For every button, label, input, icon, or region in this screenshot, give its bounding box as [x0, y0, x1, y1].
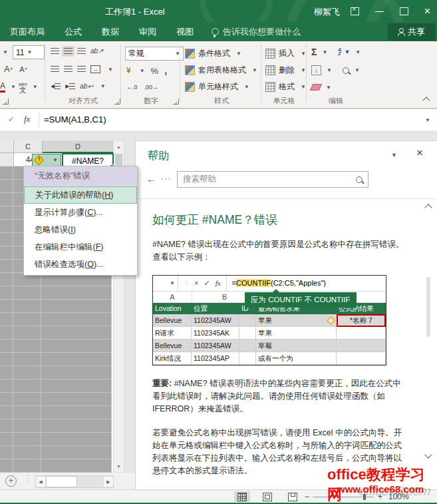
align-center-icon[interactable]	[64, 66, 73, 73]
font-size-combo[interactable]: 11 ▼	[13, 45, 45, 59]
grid-cell[interactable]	[41, 340, 112, 353]
maximize-icon[interactable]	[400, 7, 408, 15]
chevron-down-icon[interactable]: ▼	[322, 49, 327, 55]
grid-cell[interactable]	[13, 433, 41, 446]
grid-row[interactable]	[0, 340, 112, 353]
chevron-down-icon[interactable]: ▼	[100, 83, 106, 89]
grid-cell[interactable]	[13, 406, 41, 419]
grid-cell[interactable]	[0, 206, 13, 220]
grid-cell[interactable]	[41, 446, 112, 459]
context-menu-item-2[interactable]: 忽略错误(I)	[24, 221, 137, 238]
font-dialog-launcher-icon[interactable]	[3, 99, 9, 105]
formula-input[interactable]: =SUM(A1,B,C1)	[44, 115, 106, 125]
orientation-button[interactable]: ab↗	[90, 47, 104, 55]
help-search-box[interactable]: 搜索帮助	[177, 171, 368, 188]
find-select-icon[interactable]	[343, 67, 349, 74]
more-options-icon[interactable]: ···	[161, 173, 172, 183]
grid-row[interactable]	[0, 313, 112, 326]
grid-cell[interactable]	[13, 419, 41, 433]
grid-row[interactable]	[0, 406, 112, 419]
share-button[interactable]: 共享	[388, 23, 436, 41]
row-header-44[interactable]	[0, 153, 14, 166]
alignment-dialog-launcher-icon[interactable]	[114, 99, 120, 105]
comma-style-button[interactable]: ,	[164, 65, 167, 76]
grid-cell[interactable]	[0, 300, 13, 313]
ribbon-tab-2[interactable]: 数据	[92, 22, 129, 41]
percent-style-button[interactable]: %	[151, 66, 159, 76]
font-color-button[interactable]: A	[0, 81, 5, 93]
grid-row[interactable]	[0, 353, 112, 366]
scroll-up-icon[interactable]: ▲	[114, 141, 124, 152]
grid-cell[interactable]	[13, 353, 41, 366]
chevron-down-icon[interactable]: ▼	[140, 68, 145, 74]
grid-cell[interactable]	[0, 393, 13, 406]
scroll-down-chevron-icon[interactable]	[424, 451, 432, 458]
grid-cell[interactable]	[0, 326, 13, 340]
grid-cell[interactable]	[13, 300, 41, 313]
styles-button-0[interactable]: 条件格式▼	[185, 45, 257, 62]
grid-row[interactable]	[0, 433, 112, 446]
page-layout-view-button[interactable]	[259, 491, 275, 502]
scroll-down-icon[interactable]: ▼	[114, 461, 124, 472]
normal-view-button[interactable]	[234, 491, 250, 502]
decrease-decimal-button[interactable]: .00→	[144, 84, 159, 91]
chevron-down-icon[interactable]: ▼	[355, 67, 360, 73]
decrease-indent-icon[interactable]: ◀	[51, 83, 61, 90]
merge-center-button[interactable]: ↔	[90, 65, 100, 73]
grid-cell[interactable]	[13, 313, 41, 326]
grid-row[interactable]	[0, 446, 112, 459]
number-format-combo[interactable]: 常规 ▼	[125, 47, 184, 61]
grid-cell[interactable]	[41, 326, 112, 340]
cells-button-2[interactable]: 格式▼	[265, 79, 306, 95]
account-user-name[interactable]: 柳絮飞	[314, 6, 340, 18]
expand-formula-bar-icon[interactable]: ▼	[425, 117, 430, 123]
grid-cell[interactable]	[0, 260, 13, 273]
grid-cell[interactable]	[41, 286, 112, 300]
search-icon[interactable]	[356, 176, 363, 183]
collapse-ribbon-icon[interactable]	[422, 97, 430, 104]
new-sheet-button[interactable]: +	[5, 475, 17, 487]
shrink-font-button[interactable]: A˅	[19, 65, 27, 73]
chevron-down-icon[interactable]: ▼	[108, 67, 113, 73]
increase-indent-icon[interactable]: ▶	[65, 83, 75, 90]
autosum-button[interactable]: Σ	[311, 47, 317, 57]
increase-decimal-button[interactable]: ←.0	[126, 84, 138, 91]
grid-cell[interactable]	[0, 419, 13, 433]
align-left-icon[interactable]	[51, 66, 59, 73]
context-menu-item-1[interactable]: 显示计算步骤(C)...	[24, 204, 137, 221]
help-scrollbar[interactable]	[424, 204, 432, 481]
phonetic-guide-button[interactable]: wén 文	[19, 82, 27, 93]
chevron-down-icon[interactable]: ▼	[327, 67, 332, 73]
column-header-d[interactable]: D	[43, 140, 114, 153]
grid-cell[interactable]	[41, 393, 112, 406]
chevron-down-icon[interactable]: ▼	[326, 85, 331, 91]
grid-cell[interactable]	[41, 353, 112, 366]
grid-cell[interactable]	[41, 419, 112, 433]
grid-cell[interactable]	[0, 313, 13, 326]
grid-cell[interactable]	[41, 313, 112, 326]
close-icon[interactable]: ×	[424, 5, 430, 17]
scroll-right-icon[interactable]: ▶	[104, 477, 113, 487]
align-top-icon[interactable]	[51, 48, 59, 55]
grid-cell[interactable]	[13, 326, 41, 340]
number-dialog-launcher-icon[interactable]	[173, 99, 179, 105]
grid-cell[interactable]	[13, 366, 41, 379]
grid-cell[interactable]	[0, 379, 13, 393]
grid-row[interactable]	[0, 419, 112, 433]
fill-down-button[interactable]: ↓	[311, 65, 321, 75]
pane-close-icon[interactable]: ×	[416, 146, 423, 160]
ribbon-display-options-icon[interactable]	[351, 7, 359, 15]
grid-row[interactable]	[0, 300, 112, 313]
grid-row[interactable]	[0, 459, 112, 473]
zoom-out-button[interactable]: −	[305, 492, 309, 501]
enter-check-icon[interactable]: ✓	[8, 115, 15, 124]
chevron-down-icon[interactable]: ▼	[33, 84, 38, 90]
scroll-up-chevron-icon[interactable]	[424, 204, 432, 211]
align-middle-icon[interactable]	[64, 48, 73, 55]
error-options-button[interactable]: ! ▼	[32, 154, 61, 166]
row-header-corner[interactable]	[0, 140, 14, 153]
cells-button-0[interactable]: 插入▼	[265, 45, 306, 62]
grid-cell[interactable]	[41, 459, 112, 473]
grid-cell[interactable]	[0, 220, 13, 233]
pane-options-icon[interactable]: ▼	[391, 152, 397, 158]
